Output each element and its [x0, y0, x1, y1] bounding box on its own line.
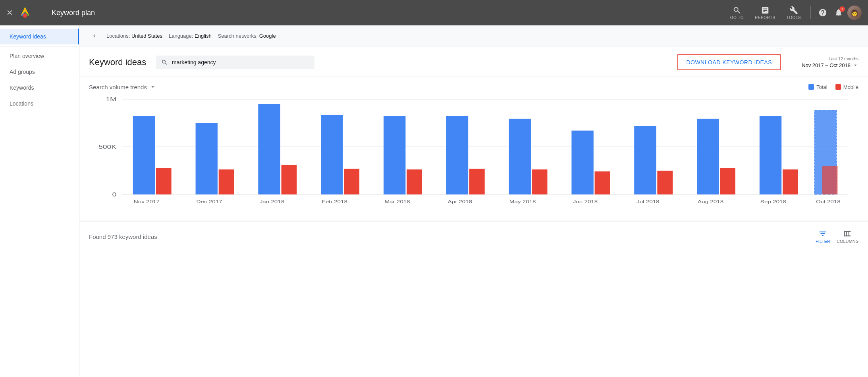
sidebar-item-ad-groups-label: Ad groups	[10, 69, 35, 75]
google-logo-icon	[18, 6, 32, 20]
close-button[interactable]: ✕	[6, 8, 13, 17]
legend-mobile-dot	[835, 84, 841, 90]
svg-rect-41	[783, 169, 798, 194]
notification-badge: 1	[839, 6, 845, 12]
locations-filter[interactable]: Locations: United States	[106, 33, 162, 39]
search-input[interactable]	[172, 59, 309, 65]
filter-bar: Locations: United States Language: Engli…	[79, 25, 868, 46]
help-icon	[818, 8, 827, 17]
svg-text:May 2018: May 2018	[509, 199, 536, 204]
svg-rect-38	[720, 168, 735, 194]
svg-rect-14	[219, 169, 234, 194]
reports-icon	[761, 6, 770, 15]
svg-rect-34	[634, 126, 656, 194]
svg-rect-22	[384, 116, 405, 194]
svg-rect-45	[822, 166, 838, 194]
sidebar-item-plan-overview[interactable]: Plan overview	[0, 48, 79, 64]
language-prefix: Language:	[169, 33, 193, 39]
sidebar-divider	[0, 46, 79, 46]
goto-icon	[733, 6, 741, 15]
svg-rect-40	[760, 116, 781, 194]
date-range-dropdown[interactable]: Nov 2017 – Oct 2018	[802, 62, 858, 68]
date-range-selector[interactable]: Last 12 months Nov 2017 – Oct 2018	[787, 56, 858, 68]
filter-button[interactable]: FILTER	[816, 229, 830, 244]
sidebar-item-locations[interactable]: Locations	[0, 96, 79, 112]
help-button[interactable]	[816, 6, 830, 20]
svg-rect-19	[321, 115, 343, 194]
svg-rect-32	[595, 171, 610, 194]
tools-label: TOOLS	[787, 15, 801, 20]
user-avatar[interactable]: 👩	[847, 6, 862, 20]
sidebar-item-keyword-ideas[interactable]: Keyword ideas	[0, 29, 79, 44]
locations-prefix: Locations:	[106, 33, 130, 39]
reports-label: REPORTS	[755, 15, 775, 20]
google-ads-logo	[18, 6, 32, 20]
page-title: Keyword plan	[52, 9, 725, 17]
keyword-ideas-header: Keyword ideas DOWNLOAD KEYWORD IDEAS Las…	[79, 46, 868, 77]
svg-point-3	[23, 13, 27, 18]
top-nav-icons: GO TO REPORTS TOOLS 1 👩	[725, 4, 862, 22]
filter-back-button[interactable]	[89, 30, 100, 41]
svg-rect-35	[657, 171, 673, 194]
columns-icon	[843, 229, 852, 238]
nav-divider2	[810, 6, 811, 19]
columns-button[interactable]: COLUMNS	[837, 229, 858, 244]
svg-text:Mar 2018: Mar 2018	[384, 199, 410, 204]
svg-rect-26	[469, 169, 485, 194]
language-filter[interactable]: Language: English	[169, 33, 212, 39]
sidebar-item-keywords-label: Keywords	[10, 85, 34, 91]
svg-rect-20	[344, 169, 359, 194]
chart-title-dropdown[interactable]: Search volume trends	[89, 83, 156, 90]
legend-total-label: Total	[816, 84, 827, 90]
svg-text:Oct 2018: Oct 2018	[816, 199, 841, 204]
svg-text:Apr 2018: Apr 2018	[448, 199, 473, 204]
chart-section: Search volume trends Total Mobile	[79, 77, 868, 221]
sidebar: Keyword ideas Plan overview Ad groups Ke…	[0, 25, 79, 377]
chart-title-label: Search volume trends	[89, 84, 147, 90]
chart-header: Search volume trends Total Mobile	[89, 83, 858, 90]
language-value: English	[195, 33, 212, 39]
svg-text:0: 0	[112, 192, 116, 198]
sidebar-item-locations-label: Locations	[10, 100, 33, 107]
tools-button[interactable]: TOOLS	[782, 4, 806, 22]
svg-text:Jan 2018: Jan 2018	[260, 199, 285, 204]
filter-icon	[818, 229, 827, 238]
svg-rect-17	[282, 165, 297, 194]
download-keyword-ideas-button[interactable]: DOWNLOAD KEYWORD IDEAS	[677, 54, 781, 70]
svg-text:500K: 500K	[98, 144, 117, 150]
svg-rect-16	[258, 104, 280, 194]
svg-text:Nov 2017: Nov 2017	[134, 199, 160, 204]
legend-mobile: Mobile	[835, 84, 858, 90]
svg-text:Jun 2018: Jun 2018	[573, 199, 598, 204]
svg-rect-31	[571, 131, 593, 194]
search-bar[interactable]	[156, 56, 314, 69]
chart-container: 1M 500K 0 Nov 2017 Dec 2017 Jan 2018	[89, 95, 858, 214]
svg-text:Aug 2018: Aug 2018	[698, 199, 723, 204]
locations-value: United States	[131, 33, 162, 39]
svg-text:Sep 2018: Sep 2018	[760, 199, 786, 204]
svg-rect-29	[532, 169, 548, 194]
legend-total: Total	[808, 84, 827, 90]
sidebar-item-plan-overview-label: Plan overview	[10, 53, 44, 59]
notifications-button[interactable]: 1	[831, 6, 846, 20]
svg-text:Dec 2017: Dec 2017	[197, 199, 222, 204]
avatar-image: 👩	[847, 6, 862, 20]
goto-button[interactable]: GO TO	[725, 4, 748, 22]
columns-label: COLUMNS	[837, 239, 858, 244]
main-content: Locations: United States Language: Engli…	[79, 25, 868, 377]
chart-legend: Total Mobile	[808, 84, 858, 90]
back-arrow-icon	[91, 33, 98, 39]
keyword-ideas-title: Keyword ideas	[89, 57, 146, 67]
legend-mobile-label: Mobile	[843, 84, 858, 90]
date-range-label: Last 12 months	[829, 56, 858, 61]
sidebar-item-keywords[interactable]: Keywords	[0, 80, 79, 96]
svg-rect-28	[509, 119, 531, 194]
top-navigation: ✕ Keyword plan GO TO REPORTS TOOLS 1	[0, 0, 868, 25]
network-filter[interactable]: Search networks: Google	[218, 33, 276, 39]
chevron-down-icon	[852, 62, 858, 68]
search-icon	[161, 59, 168, 66]
sidebar-item-ad-groups[interactable]: Ad groups	[0, 64, 79, 80]
app-layout: Keyword ideas Plan overview Ad groups Ke…	[0, 25, 868, 377]
footer-actions: FILTER COLUMNS	[816, 229, 858, 244]
reports-button[interactable]: REPORTS	[750, 4, 780, 22]
